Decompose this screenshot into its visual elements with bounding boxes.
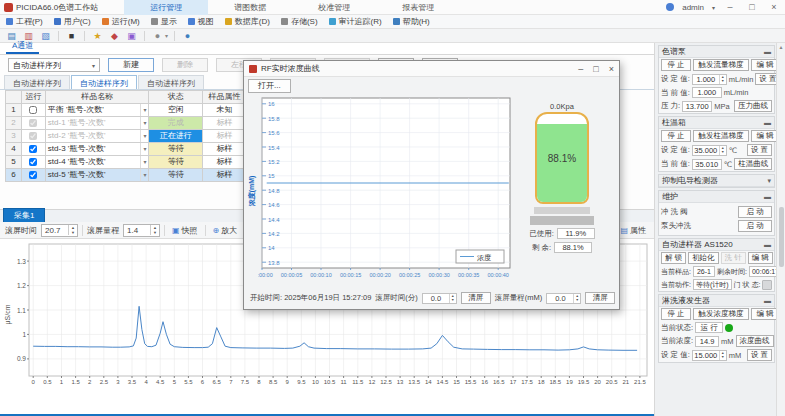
snapshot-button[interactable]: ▣快照	[169, 225, 201, 236]
pump-set-button[interactable]: 设 置	[755, 73, 776, 85]
expand-icon[interactable]: ▾	[767, 177, 771, 185]
sequence-tab-1[interactable]: 自动进样序列	[71, 75, 137, 89]
sequence-tab-0[interactable]: 自动进样序列	[4, 75, 70, 89]
user-menu[interactable]: admin	[682, 3, 704, 12]
oven-curve-button[interactable]: 柱温曲线	[734, 158, 772, 170]
oven-edit-button[interactable]: 编 辑	[751, 130, 776, 142]
table-row[interactable]: 2std-1 '瓶号-次数'▾完成标样	[6, 117, 247, 130]
sequence-type-dropdown[interactable]: 自动进样序列 ▾	[8, 58, 100, 72]
oven-set-button[interactable]: 设 置	[747, 144, 772, 156]
collapse-icon[interactable]: ▬	[764, 297, 771, 304]
table-row[interactable]: 4std-3 '瓶号-次数'▾等待标样	[6, 143, 247, 156]
pump-trigger-gradient-button[interactable]: 触发流量梯度	[693, 59, 749, 71]
network-icon[interactable]: ●	[181, 30, 194, 42]
run-checkbox[interactable]	[29, 119, 37, 127]
table-row[interactable]: 3std-2 '瓶号-次数'▾正在进行标样	[6, 130, 247, 143]
eluent-edit-button[interactable]: 编 辑	[751, 308, 776, 320]
pump-stop-button[interactable]: 停 止	[661, 59, 691, 71]
clear-screen-button-2[interactable]: 清屏	[585, 292, 615, 304]
dialog-range-stepper[interactable]: 0.0▲▼	[546, 293, 581, 304]
wizard-icon[interactable]: ▣	[125, 30, 138, 42]
purge-valve-start-button[interactable]: 启 动	[738, 206, 772, 218]
menu-item-database[interactable]: 数据库(D)	[225, 16, 270, 27]
scroll-up-icon[interactable]: ▲	[779, 44, 784, 50]
dialog-maximize-button[interactable]: □	[593, 64, 598, 74]
new-button[interactable]: 新建	[108, 58, 154, 72]
chevron-down-icon[interactable]: ▾	[165, 32, 168, 39]
eluent-trigger-gradient-button[interactable]: 触发浓度梯度	[693, 308, 749, 320]
chevron-down-icon[interactable]: ▾	[140, 130, 146, 142]
pump-setpoint-stepper[interactable]: 1.000▲▼	[692, 74, 727, 85]
collapse-icon[interactable]: ▬	[764, 119, 771, 126]
autosampler-init-button[interactable]: 初始化	[688, 252, 719, 264]
tools-icon[interactable]: ◆	[108, 30, 121, 42]
autosampler-wash-needle-button[interactable]: 洗 针	[721, 252, 746, 264]
run-checkbox[interactable]	[29, 158, 37, 166]
concentration-curve-button[interactable]: 浓度曲线	[736, 335, 774, 347]
nav-tab-1[interactable]: 谱图数据	[208, 0, 292, 15]
oven-stop-button[interactable]: 停 止	[661, 130, 691, 142]
stop-icon[interactable]: ■	[65, 30, 78, 42]
tab-acquisition-1[interactable]: 采集1	[3, 208, 45, 222]
chart-icon[interactable]: ▧	[39, 30, 52, 42]
dialog-title-bar[interactable]: RF实时浓度曲线 – □ ×	[244, 61, 619, 77]
open-button[interactable]: 打开...	[248, 79, 291, 93]
dialog-close-button[interactable]: ×	[609, 64, 614, 74]
tab-channel-a[interactable]: A通道	[6, 40, 39, 54]
menu-item-view[interactable]: 视图	[188, 16, 214, 27]
nav-tab-0[interactable]: 运行管理	[124, 0, 208, 15]
close-button[interactable]: ×	[767, 2, 781, 12]
menu-item-run[interactable]: 运行(M)	[102, 16, 140, 27]
chevron-down-icon[interactable]: ▾	[140, 104, 146, 116]
run-icon[interactable]: ★	[91, 30, 104, 42]
menu-item-help[interactable]: 帮助(H)	[393, 16, 430, 27]
menu-item-project[interactable]: 工程(P)	[6, 16, 43, 27]
oven-trigger-gradient-button[interactable]: 触发柱温梯度	[693, 130, 749, 142]
table-row[interactable]: 1平衡 '瓶号-次数'▾空闲未知	[6, 104, 247, 117]
collapse-icon[interactable]: ▬	[764, 241, 771, 248]
run-checkbox[interactable]	[29, 132, 37, 140]
stepper-arrows-icon[interactable]: ▲▼	[68, 225, 77, 235]
autosampler-unlock-button[interactable]: 解 锁	[661, 252, 686, 264]
stepper-arrows-icon[interactable]: ▲▼	[150, 225, 159, 235]
menu-item-audit[interactable]: 审计追踪(R)	[329, 16, 382, 27]
scrollbar-thumb[interactable]	[779, 207, 784, 267]
run-checkbox[interactable]	[29, 106, 37, 114]
menu-item-user[interactable]: 用户(C)	[54, 16, 91, 27]
chevron-down-icon[interactable]: ▾	[140, 143, 146, 155]
properties-button[interactable]: ▤属性	[617, 225, 649, 236]
pressure-curve-button[interactable]: 压力曲线	[734, 100, 772, 112]
minimize-button[interactable]: –	[723, 2, 737, 12]
nav-tab-2[interactable]: 校准管理	[292, 0, 376, 15]
eluent-set-button[interactable]: 设 置	[747, 349, 772, 361]
chevron-down-icon[interactable]: ▾	[140, 117, 146, 129]
delete-button[interactable]: 删除	[162, 58, 208, 72]
menu-item-display[interactable]: 显示	[151, 16, 177, 27]
run-checkbox[interactable]	[29, 145, 37, 153]
concentration-chart[interactable]: 00:00:0000:00:0500:00:1000:00:1500:00:20…	[258, 94, 516, 280]
pump-edit-button[interactable]: 编 辑	[751, 59, 776, 71]
oven-setpoint-stepper[interactable]: 35.000▲▼	[692, 145, 727, 156]
autosampler-edit-button[interactable]: 编 辑	[748, 252, 773, 264]
run-checkbox[interactable]	[29, 171, 37, 179]
table-row[interactable]: 6std-5 '瓶号-次数'▾等待标样	[6, 169, 247, 182]
dialog-scroll-time-stepper[interactable]: 0.0▲▼	[422, 293, 457, 304]
dialog-minimize-button[interactable]: –	[578, 64, 583, 74]
scroll-time-stepper[interactable]: 20.7 ▲▼	[41, 224, 78, 237]
eluent-setpoint-stepper[interactable]: 15.000▲▼	[692, 350, 727, 361]
zoom-in-button[interactable]: ⊕放大	[210, 225, 241, 236]
collapse-icon[interactable]: ▬	[764, 193, 771, 200]
chevron-down-icon[interactable]: ▾	[140, 156, 146, 168]
scroll-range-stepper[interactable]: 1.4 ▲▼	[123, 224, 160, 237]
settings-dropdown-icon[interactable]: ●	[151, 30, 164, 42]
table-row[interactable]: 5std-4 '瓶号-次数'▾等待标样	[6, 156, 247, 169]
nav-tab-3[interactable]: 报表管理	[376, 0, 460, 15]
collapse-icon[interactable]: ▬	[764, 48, 771, 55]
chevron-down-icon[interactable]: ▾	[140, 169, 146, 181]
eluent-stop-button[interactable]: 停 止	[661, 308, 691, 320]
pump-head-flush-start-button[interactable]: 启 动	[738, 220, 772, 232]
user-menu-caret-icon[interactable]: ▾	[712, 4, 715, 11]
clear-screen-button[interactable]: 清屏	[461, 292, 491, 304]
maximize-button[interactable]: □	[745, 2, 759, 12]
sidebar-scrollbar[interactable]: ▲ ▼	[776, 43, 785, 416]
